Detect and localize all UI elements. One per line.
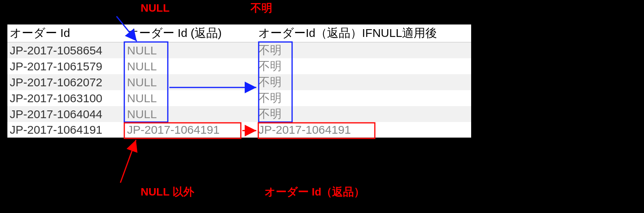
caption-bottom-hl-nullother: NULL 以外: [141, 186, 194, 198]
cell-order-id: JP-2017-1064191: [7, 122, 125, 138]
header-order-id-return: オーダー Id (返品): [125, 24, 256, 42]
cell-return: NULL: [125, 74, 256, 90]
caption-bottom-pre: ・オーダー Id（返品）が: [16, 186, 141, 198]
cell-ifnull: 不明: [256, 106, 471, 122]
cell-ifnull: 不明: [256, 90, 471, 106]
caption-top-post: が表示されます。: [272, 2, 364, 14]
caption-bottom-post: の値が表示されます。: [365, 186, 476, 198]
table-row: JP-2017-1058654 NULL 不明: [7, 42, 471, 59]
cell-order-id: JP-2017-1061579: [7, 58, 125, 74]
table-row: JP-2017-1064191 JP-2017-1064191 JP-2017-…: [7, 122, 471, 138]
caption-bottom: ・オーダー Id（返品）が NULL 以外のレコードは オーダー Id（返品）の…: [16, 185, 476, 199]
cell-order-id: JP-2017-1064044: [7, 106, 125, 122]
cell-return: JP-2017-1064191: [125, 122, 256, 138]
caption-bottom-hl-orderid: オーダー Id（返品）: [265, 186, 365, 198]
caption-bottom-mid: のレコードは: [194, 186, 265, 198]
comparison-table: オーダー Id オーダー Id (返品) オーダーId（返品）IFNULL適用後…: [7, 24, 472, 138]
cell-order-id: JP-2017-1063100: [7, 90, 125, 106]
cell-ifnull: 不明: [256, 58, 471, 74]
cell-ifnull: 不明: [256, 42, 471, 59]
cell-ifnull: 不明: [256, 74, 471, 90]
cell-ifnull: JP-2017-1064191: [256, 122, 471, 138]
cell-return: NULL: [125, 58, 256, 74]
caption-top-pre: ・オーダー Id（返品）が: [16, 2, 141, 14]
cell-return: NULL: [125, 90, 256, 106]
table-row: JP-2017-1062072 NULL 不明: [7, 74, 471, 90]
caption-top-hl-fumei: 不明: [251, 2, 272, 14]
header-order-id-ifnull: オーダーId（返品）IFNULL適用後: [256, 24, 471, 42]
table-row: JP-2017-1061579 NULL 不明: [7, 58, 471, 74]
cell-return: NULL: [125, 42, 256, 59]
header-order-id: オーダー Id: [7, 24, 125, 42]
caption-top-mid: のレコードは、: [170, 2, 251, 14]
table-row: JP-2017-1063100 NULL 不明: [7, 90, 471, 106]
cell-order-id: JP-2017-1062072: [7, 74, 125, 90]
cell-order-id: JP-2017-1058654: [7, 42, 125, 59]
caption-top: ・オーダー Id（返品）が NULL のレコードは、不明 が表示されます。: [16, 1, 364, 16]
cell-return: NULL: [125, 106, 256, 122]
table-row: JP-2017-1064044 NULL 不明: [7, 106, 471, 122]
caption-top-hl-null: NULL: [141, 2, 170, 14]
red-arrow-up-icon: [120, 140, 136, 183]
